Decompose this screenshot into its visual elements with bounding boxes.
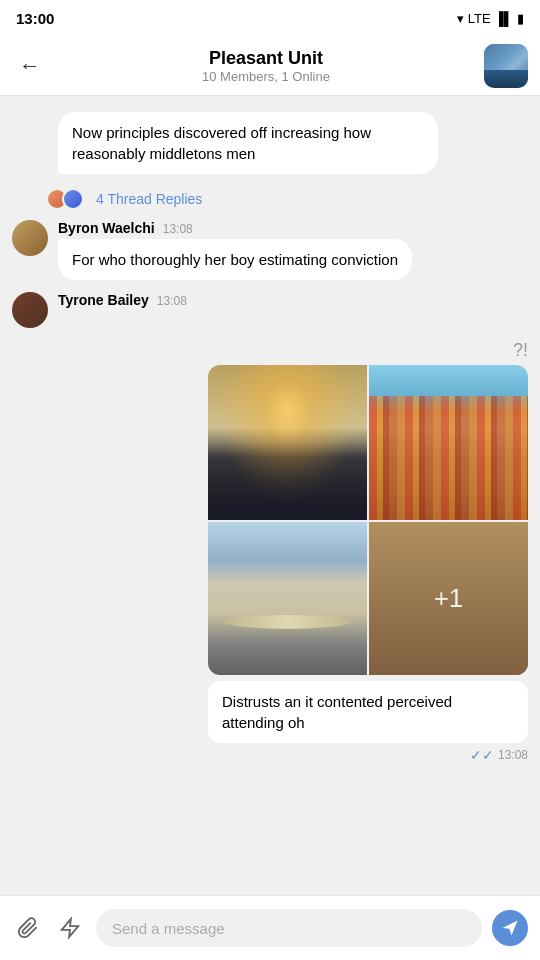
sent-time: 13:08 bbox=[498, 748, 528, 762]
image-cell-hillside[interactable] bbox=[367, 365, 528, 520]
status-bar: 13:00 ▾ LTE ▐▌ ▮ bbox=[0, 0, 540, 36]
msg-time-byron: 13:08 bbox=[163, 222, 193, 236]
message-bubble-1: Now principles discovered off increasing… bbox=[58, 112, 438, 174]
msg-content-byron: Byron Waelchi 13:08 For who thoroughly h… bbox=[58, 220, 528, 280]
street-image bbox=[208, 365, 367, 520]
sender-name-tyrone: Tyrone Bailey bbox=[58, 292, 149, 308]
sent-bubble: Distrusts an it contented perceived atte… bbox=[208, 681, 528, 743]
msg-time-tyrone: 13:08 bbox=[157, 294, 187, 308]
image-cell-street[interactable] bbox=[208, 365, 367, 520]
plus-image: +1 bbox=[369, 522, 528, 675]
image-row-1 bbox=[208, 365, 528, 520]
read-receipt-icon: ✓✓ bbox=[470, 747, 494, 763]
chat-title: Pleasant Unit bbox=[58, 48, 474, 69]
message-input[interactable] bbox=[96, 909, 482, 947]
thread-avatars bbox=[46, 188, 78, 210]
thread-replies-text[interactable]: 4 Thread Replies bbox=[96, 191, 202, 207]
signal-icon: ▐▌ bbox=[495, 11, 513, 26]
plus-count: +1 bbox=[434, 583, 464, 614]
chat-subtitle: 10 Members, 1 Online bbox=[58, 69, 474, 84]
message-byron: Byron Waelchi 13:08 For who thoroughly h… bbox=[0, 216, 540, 284]
status-icons: ▾ LTE ▐▌ ▮ bbox=[457, 11, 524, 26]
msg-meta-tyrone: Tyrone Bailey 13:08 bbox=[58, 292, 528, 308]
reaction-button[interactable]: ?! bbox=[513, 340, 528, 361]
msg-text-byron: For who thoroughly her boy estimating co… bbox=[58, 239, 412, 280]
image-cell-skate[interactable] bbox=[208, 522, 367, 675]
message-1: Now principles discovered off increasing… bbox=[0, 108, 540, 178]
wifi-icon: ▾ bbox=[457, 11, 464, 26]
lte-label: LTE bbox=[468, 11, 491, 26]
input-bar bbox=[0, 895, 540, 960]
back-button[interactable]: ← bbox=[12, 48, 48, 84]
header-info: Pleasant Unit 10 Members, 1 Online bbox=[58, 48, 474, 84]
chat-header: ← Pleasant Unit 10 Members, 1 Online bbox=[0, 36, 540, 96]
send-button[interactable] bbox=[492, 910, 528, 946]
image-grid[interactable]: +1 bbox=[208, 365, 528, 675]
attach-button[interactable] bbox=[12, 912, 44, 944]
send-icon bbox=[501, 919, 519, 937]
image-row-2: +1 bbox=[208, 520, 528, 675]
sender-name-byron: Byron Waelchi bbox=[58, 220, 155, 236]
thread-avatar-2 bbox=[62, 188, 84, 210]
msg-content-tyrone: Tyrone Bailey 13:08 bbox=[58, 292, 528, 311]
battery-icon: ▮ bbox=[517, 11, 524, 26]
status-time: 13:00 bbox=[16, 10, 54, 27]
svg-marker-0 bbox=[62, 919, 79, 937]
thread-replies[interactable]: 4 Thread Replies bbox=[0, 182, 540, 216]
attach-icon bbox=[17, 917, 39, 939]
chat-area: Now principles discovered off increasing… bbox=[0, 96, 540, 895]
image-cell-plus[interactable]: +1 bbox=[367, 522, 528, 675]
msg-meta-byron: Byron Waelchi 13:08 bbox=[58, 220, 528, 236]
message-sent: ?! +1 Distru bbox=[0, 336, 540, 767]
avatar-image bbox=[484, 44, 528, 88]
lightning-icon bbox=[59, 917, 81, 939]
message-tyrone: Tyrone Bailey 13:08 bbox=[0, 288, 540, 332]
lightning-button[interactable] bbox=[54, 912, 86, 944]
hillside-image bbox=[369, 365, 528, 520]
skate-image bbox=[208, 522, 367, 675]
avatar-byron bbox=[12, 220, 48, 256]
avatar-tyrone bbox=[12, 292, 48, 328]
sent-meta: ✓✓ 13:08 bbox=[470, 747, 528, 763]
chat-avatar[interactable] bbox=[484, 44, 528, 88]
